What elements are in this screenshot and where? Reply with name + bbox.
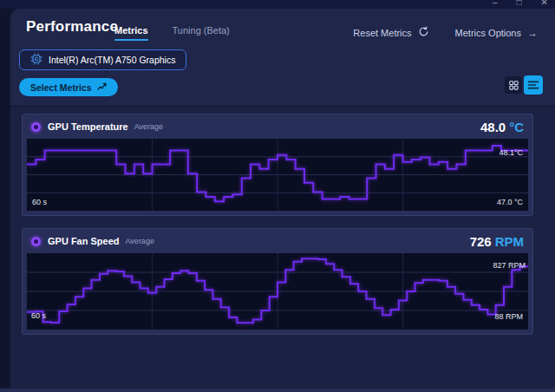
temperature-legend-dot-icon [31, 122, 41, 132]
list-view-button[interactable] [524, 75, 543, 95]
fan-speed-max-label: 827 RPM [493, 261, 526, 270]
maximize-icon[interactable]: □ [517, 0, 522, 8]
header-actions: Reset Metrics Metrics Options → [353, 26, 538, 39]
gpu-fan-speed-card: GPU Fan Speed Average 726 RPM 827 RPM 88… [22, 228, 533, 335]
reset-metrics-label: Reset Metrics [353, 28, 411, 38]
select-metrics-label: Select Metrics [30, 82, 92, 93]
gpu-temperature-value: 48.0 [480, 120, 506, 134]
gpu-device-selector[interactable]: G Intel(R) Arc(TM) A750 Graphics [19, 49, 186, 70]
refresh-icon [418, 26, 429, 39]
gpu-fan-speed-title: GPU Fan Speed [48, 236, 120, 246]
gpu-temperature-chart: 48.1°C 47.0 °C 60 s [27, 139, 528, 211]
fan-speed-timespan-label: 60 s [31, 311, 46, 320]
temperature-max-label: 48.1°C [499, 148, 523, 157]
grid-icon [509, 81, 519, 90]
gpu-fan-speed-value: 726 [470, 234, 492, 249]
gpu-fan-speed-header: GPU Fan Speed Average 726 RPM [23, 229, 532, 253]
gpu-chip-icon: G [30, 53, 42, 67]
gpu-temperature-subtitle: Average [134, 122, 163, 131]
gpu-fan-speed-unit: RPM [495, 234, 524, 249]
gpu-fan-speed-chart: 827 RPM 88 RPM 60 s [27, 253, 528, 330]
fan-speed-legend-dot-icon [31, 237, 41, 246]
close-icon[interactable]: ✕ [541, 0, 548, 8]
gpu-temperature-header: GPU Temperature Average 48.0 °C [23, 114, 532, 139]
arrow-right-icon: → [527, 27, 538, 39]
temperature-timespan-label: 60 s [32, 198, 47, 206]
grid-view-button[interactable] [505, 76, 522, 94]
list-icon [527, 80, 539, 90]
window-bottom-edge [0, 389, 555, 392]
gpu-fan-speed-subtitle: Average [126, 237, 154, 245]
metrics-section: GPU Temperature Average 48.0 °C 48.1°C 4… [10, 106, 555, 389]
view-toggle [505, 75, 543, 95]
select-metrics-button[interactable]: Select Metrics [19, 78, 118, 96]
main-panel: Performance Metrics Tuning (Beta) Reset … [10, 9, 555, 389]
page-title: Performance [26, 18, 118, 36]
tab-metrics[interactable]: Metrics [114, 25, 148, 41]
reset-metrics-button[interactable]: Reset Metrics [353, 26, 428, 39]
tab-bar: Metrics Tuning (Beta) [114, 25, 230, 41]
app-window: – □ ✕ Performance Metrics Tuning (Beta) … [0, 0, 555, 392]
metrics-options-button[interactable]: Metrics Options → [455, 26, 538, 39]
tab-tuning-beta[interactable]: Tuning (Beta) [173, 25, 230, 41]
gpu-temperature-unit: °C [509, 120, 524, 134]
gpu-temperature-card: GPU Temperature Average 48.0 °C 48.1°C 4… [22, 114, 533, 216]
gpu-temperature-title: GPU Temperature [48, 121, 128, 132]
svg-text:G: G [35, 56, 39, 62]
metrics-options-label: Metrics Options [455, 28, 521, 38]
window-titlebar: – □ ✕ [0, 0, 555, 9]
minimize-icon[interactable]: – [493, 0, 498, 8]
trend-arrow-icon [97, 82, 107, 93]
gpu-device-label: Intel(R) Arc(TM) A750 Graphics [49, 55, 175, 65]
temperature-min-label: 47.0 °C [497, 198, 523, 206]
fan-speed-min-label: 88 RPM [494, 312, 523, 321]
